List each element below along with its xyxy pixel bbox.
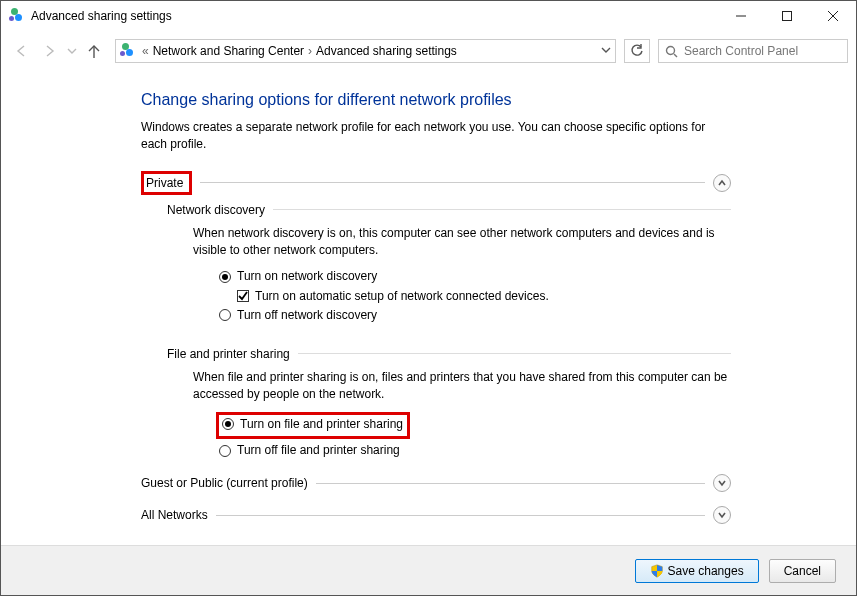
section-allnetworks-label: All Networks bbox=[141, 508, 208, 522]
radio-fps-on[interactable]: Turn on file and printer sharing bbox=[222, 415, 403, 434]
up-button[interactable] bbox=[81, 38, 107, 64]
footer: Save changes Cancel bbox=[1, 545, 856, 595]
highlight-fps-on: Turn on file and printer sharing bbox=[216, 412, 410, 439]
svg-point-5 bbox=[667, 46, 675, 54]
page-title: Change sharing options for different net… bbox=[141, 91, 731, 109]
breadcrumb-item[interactable]: Network and Sharing Center bbox=[153, 44, 304, 58]
uac-shield-icon bbox=[650, 564, 664, 578]
section-guest-header[interactable]: Guest or Public (current profile) bbox=[141, 474, 731, 492]
close-button[interactable] bbox=[810, 1, 856, 31]
save-changes-button[interactable]: Save changes bbox=[635, 559, 759, 583]
section-allnetworks-header[interactable]: All Networks bbox=[141, 506, 731, 524]
refresh-button[interactable] bbox=[624, 39, 650, 63]
expand-allnetworks-icon[interactable] bbox=[713, 506, 731, 524]
page-description: Windows creates a separate network profi… bbox=[141, 119, 731, 153]
network-center-icon bbox=[9, 8, 25, 24]
svg-rect-1 bbox=[783, 12, 792, 21]
radio-icon bbox=[219, 445, 231, 457]
collapse-private-icon[interactable] bbox=[713, 174, 731, 192]
file-printer-sharing-title: File and printer sharing bbox=[167, 347, 731, 361]
radio-icon bbox=[222, 418, 234, 430]
address-bar[interactable]: « Network and Sharing Center › Advanced … bbox=[115, 39, 616, 63]
cancel-button[interactable]: Cancel bbox=[769, 559, 836, 583]
network-discovery-desc: When network discovery is on, this compu… bbox=[193, 225, 731, 260]
radio-icon bbox=[219, 271, 231, 283]
section-private-label: Private bbox=[146, 176, 183, 190]
highlight-private: Private bbox=[141, 171, 192, 195]
network-center-icon bbox=[120, 43, 136, 59]
minimize-button[interactable] bbox=[718, 1, 764, 31]
back-button[interactable] bbox=[9, 38, 35, 64]
search-input[interactable]: Search Control Panel bbox=[658, 39, 848, 63]
recent-dropdown[interactable] bbox=[65, 38, 79, 64]
network-discovery-title: Network discovery bbox=[167, 203, 731, 217]
radio-icon bbox=[219, 309, 231, 321]
radio-discovery-on[interactable]: Turn on network discovery bbox=[219, 267, 731, 286]
expand-guest-icon[interactable] bbox=[713, 474, 731, 492]
breadcrumb-item[interactable]: Advanced sharing settings bbox=[316, 44, 457, 58]
forward-button[interactable] bbox=[37, 38, 63, 64]
content-area: Change sharing options for different net… bbox=[1, 71, 856, 545]
maximize-button[interactable] bbox=[764, 1, 810, 31]
section-private-header[interactable]: Private bbox=[141, 171, 731, 195]
breadcrumb-prefix: « bbox=[142, 44, 149, 58]
search-placeholder: Search Control Panel bbox=[684, 44, 798, 58]
radio-discovery-off[interactable]: Turn off network discovery bbox=[219, 306, 731, 325]
checkbox-icon bbox=[237, 290, 249, 302]
section-guest-label: Guest or Public (current profile) bbox=[141, 476, 308, 490]
navbar: « Network and Sharing Center › Advanced … bbox=[1, 31, 856, 71]
checkbox-auto-setup[interactable]: Turn on automatic setup of network conne… bbox=[237, 287, 731, 306]
address-dropdown-icon[interactable] bbox=[601, 44, 611, 58]
file-printer-sharing-desc: When file and printer sharing is on, fil… bbox=[193, 369, 731, 404]
breadcrumb-sep-icon: › bbox=[308, 44, 312, 58]
window-title: Advanced sharing settings bbox=[31, 9, 172, 23]
radio-fps-off[interactable]: Turn off file and printer sharing bbox=[219, 441, 731, 460]
titlebar: Advanced sharing settings bbox=[1, 1, 856, 31]
svg-line-6 bbox=[674, 54, 677, 57]
